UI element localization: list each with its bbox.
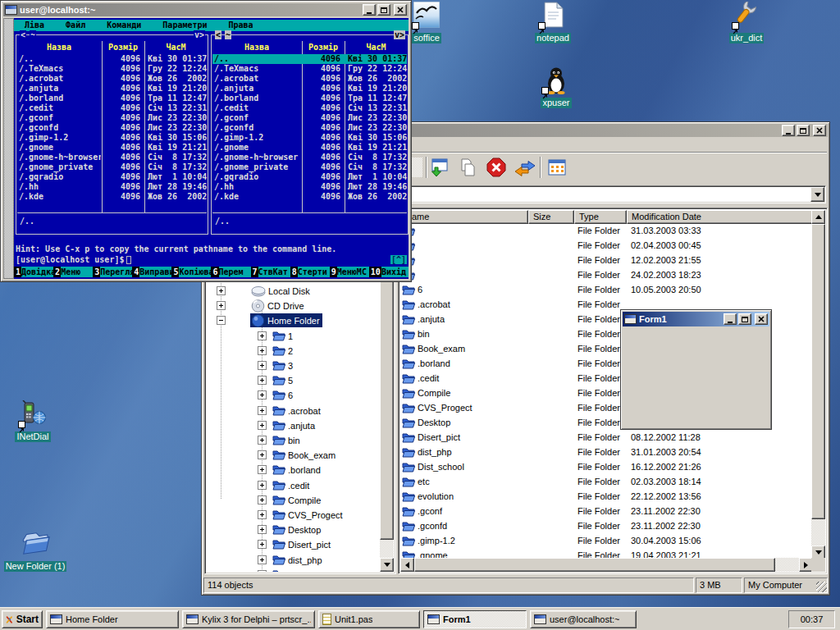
expand-icon[interactable] — [217, 286, 226, 295]
mc-file-row[interactable]: /.gnome-h~browser4096Січ 8 17:32 — [17, 153, 207, 162]
file-row-evolution[interactable]: evolutionFile Folder22.12.2002 13:56 — [400, 490, 813, 504]
tree-item-5[interactable]: 5 — [207, 373, 379, 387]
mc-file-row[interactable]: /.gimp-1.24096Кві 30 15:06 — [17, 133, 207, 143]
tree-item-.cedit[interactable]: .cedit — [207, 478, 379, 492]
column-header-modification-date[interactable]: Modification Date — [627, 210, 813, 224]
expand-icon[interactable] — [258, 570, 267, 572]
taskbar-button-3[interactable]: Form1 — [423, 610, 527, 628]
list-horizontal-scrollbar[interactable] — [400, 558, 813, 572]
desktop-icon-xpuser[interactable]: xpuser — [533, 66, 579, 109]
new-window-button[interactable] — [427, 156, 450, 179]
column-header-name[interactable]: Name — [400, 210, 528, 224]
expand-icon[interactable] — [258, 346, 267, 355]
tree-item-.anjuta[interactable]: .anjuta — [207, 418, 379, 432]
desktop-icon-notepad[interactable]: notepad — [530, 2, 576, 44]
form1-minimize-button[interactable] — [724, 313, 737, 325]
file-row-6[interactable]: 6File Folder10.05.2003 20:50 — [400, 283, 813, 298]
taskbar-button-4[interactable]: user@localhost:~ — [530, 610, 637, 628]
tree-node[interactable]: Local Disk — [250, 284, 313, 298]
mc-file-row[interactable]: /.gnome-h~browser4096Січ 8 17:32 — [212, 153, 407, 162]
scrollbar-thumb[interactable] — [811, 224, 825, 519]
taskbar-button-2[interactable]: Unit1.pas — [318, 610, 420, 628]
mc-column-header-2[interactable]: ЧасМ — [345, 43, 408, 52]
mc-right-panel[interactable]: <~v>НазваРозмірЧасМ/..4096Кві 30 01:37/.… — [211, 34, 409, 235]
tree-node[interactable]: .anjuta — [272, 418, 317, 432]
taskbar-button-0[interactable]: Home Folder — [46, 610, 179, 628]
tree-item-dist_php[interactable]: dist_php — [207, 553, 379, 567]
start-button[interactable]: Start — [2, 610, 43, 628]
mc-file-row[interactable]: /.borland4096Тра 11 12:47 — [17, 94, 207, 103]
mc-panel-path[interactable]: ~ — [30, 30, 36, 39]
mc-fkey-8[interactable]: 8Стерти — [290, 267, 330, 277]
mc-panel-path[interactable]: ~ — [225, 30, 231, 39]
tree-node[interactable]: Dist_school — [272, 568, 337, 572]
tree-item-.acrobat[interactable]: .acrobat — [207, 404, 379, 418]
mc-file-row[interactable]: /.kde4096Жов 26 2002 — [212, 192, 407, 202]
expand-icon[interactable] — [258, 376, 267, 385]
expand-icon[interactable] — [258, 450, 267, 459]
mc-file-row[interactable]: /.gnome_private4096Січ 8 17:32 — [212, 162, 407, 172]
mc-column-header-0[interactable]: Назва — [16, 43, 102, 52]
tree-item-Local Disk[interactable]: Local Disk — [207, 284, 379, 298]
mc-file-row[interactable]: /.kde4096Жов 26 2002 — [17, 192, 207, 202]
tree-item-CVS_Progect[interactable]: CVS_Progect — [207, 508, 379, 522]
mc-file-row[interactable]: /.gconfd4096Лис 23 22:30 — [212, 123, 407, 133]
expand-icon[interactable] — [258, 406, 267, 415]
delete-button[interactable] — [485, 156, 508, 179]
collapse-icon[interactable] — [217, 316, 226, 325]
mc-file-row[interactable]: /.TeXmacs4096Гру 22 12:24 — [17, 64, 207, 74]
resize-grip[interactable] — [816, 582, 827, 592]
mc-menu-item-0[interactable]: Ліва — [14, 20, 55, 31]
file-row-3[interactable]: File Folder24.02.2003 18:23 — [400, 268, 813, 283]
terminal-minimize-button[interactable] — [363, 4, 376, 16]
mc-fkey-6[interactable]: 6Перем — [211, 267, 250, 277]
copy-button[interactable] — [456, 156, 479, 179]
file-row-.gconfd[interactable]: .gconfdFile Folder23.11.2002 22:30 — [400, 519, 813, 534]
mc-fkey-7[interactable]: 7СтвКат — [251, 267, 290, 277]
mc-panel-back[interactable]: < — [215, 30, 221, 39]
file-row-Dist_school[interactable]: Dist_schoolFile Folder16.12.2002 21:26 — [400, 460, 813, 475]
file-row-etc[interactable]: etcFile Folder02.03.2003 18:14 — [400, 475, 813, 490]
mc-file-row[interactable]: /.anjuta4096Кві 19 21:20 — [17, 84, 207, 94]
form1-titlebar[interactable]: Form1 — [623, 312, 769, 326]
column-header-type[interactable]: Type — [574, 210, 627, 224]
tree-item-.borland[interactable]: .borland — [207, 463, 379, 477]
tree-item-Book_exam[interactable]: Book_exam — [207, 448, 379, 462]
expand-icon[interactable] — [258, 525, 267, 534]
expand-icon[interactable] — [258, 390, 267, 399]
mc-file-row[interactable]: /.acrobat4096Жов 26 2002 — [212, 74, 407, 84]
expand-icon[interactable] — [258, 481, 267, 490]
mc-panel-fwd[interactable]: v> — [394, 30, 405, 39]
mc-file-row[interactable]: /.gnome4096Кві 19 21:21 — [212, 143, 407, 153]
tree-node[interactable]: Compile — [272, 493, 323, 507]
expand-icon[interactable] — [258, 436, 267, 445]
mc-file-row[interactable]: /.acrobat4096Жов 26 2002 — [17, 74, 207, 84]
mc-file-row[interactable]: /.borland4096Тра 11 12:47 — [212, 94, 407, 103]
file-row-Disert_pict[interactable]: Disert_pictFile Folder08.12.2002 11:28 — [400, 431, 813, 445]
mc-file-row[interactable]: /.TeXmacs4096Гру 22 12:24 — [212, 64, 407, 74]
mc-column-header-0[interactable]: Назва — [212, 43, 302, 52]
mc-file-row[interactable]: /.anjuta4096Кві 19 21:20 — [212, 84, 407, 94]
scrollbar-thumb[interactable] — [414, 558, 775, 572]
mc-fkey-2[interactable]: 2Меню — [53, 267, 93, 277]
mc-file-row[interactable]: /.gconfd4096Лис 23 22:30 — [17, 123, 207, 133]
expand-icon[interactable] — [258, 555, 267, 564]
mc-fkey-5[interactable]: 5Копіюва — [171, 267, 211, 277]
tree-node[interactable]: Book_exam — [272, 448, 338, 462]
mc-panel-back[interactable]: < — [20, 30, 26, 39]
tree-node[interactable]: CD Drive — [250, 299, 307, 313]
tree-item-1[interactable]: 1 — [207, 329, 379, 343]
tree-node[interactable]: .borland — [272, 463, 323, 477]
swap-arrows-button[interactable] — [514, 156, 536, 179]
form1-close-button[interactable] — [755, 313, 768, 325]
mc-fkey-4[interactable]: 4Виправи — [132, 267, 171, 277]
scroll-left-button[interactable] — [400, 558, 414, 572]
file-manager-close-button[interactable] — [813, 125, 826, 136]
file-row-.gconf[interactable]: .gconfFile Folder23.11.2002 22:30 — [400, 504, 813, 519]
mc-file-row[interactable]: /.cedit4096Січ 13 22:31 — [17, 103, 207, 113]
mc-file-row[interactable]: /.gimp-1.24096Кві 30 15:06 — [212, 133, 407, 143]
combo-dropdown-button[interactable] — [810, 187, 824, 202]
tree-item-6[interactable]: 6 — [207, 388, 379, 402]
tree-item-Home Folder[interactable]: Home Folder — [207, 313, 379, 327]
desktop-icon-inetdial[interactable]: INetDial — [10, 400, 56, 443]
